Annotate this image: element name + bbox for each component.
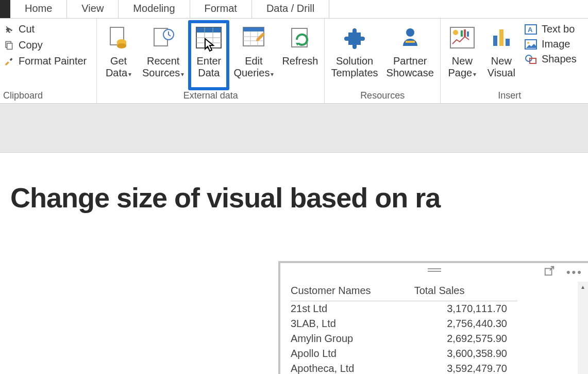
tab-view[interactable]: View [67,0,119,18]
ribbon: Cut Copy Format Painter Clipboard [0,19,588,104]
new-page-label: New Page [448,55,473,78]
cut-button[interactable]: Cut [3,23,87,35]
page-title: Change size of visual based on ra [10,182,440,214]
table-row[interactable]: Amylin Group2,692,575.90 [291,331,517,346]
new-visual-label: New Visual [488,55,515,78]
format-painter-label: Format Painter [19,55,87,67]
copy-icon [3,40,14,51]
cursor-icon [204,38,216,52]
svg-rect-27 [467,31,469,37]
text-box-button[interactable]: A Text bo [524,23,577,35]
refresh-icon [285,23,314,52]
svg-rect-25 [461,30,463,37]
recent-sources-icon [149,23,178,52]
scroll-up-icon[interactable]: ▴ [578,282,588,292]
ribbon-group-resources: Solution Templates Partner Showcase Reso… [325,19,440,103]
table-row[interactable]: 21st Ltd3,170,111.70 [291,301,517,317]
svg-rect-29 [499,29,503,46]
image-button[interactable]: Image [524,38,577,50]
enter-data-icon [194,23,223,52]
new-page-button[interactable]: New Page [443,21,482,90]
cell-sales: 2,692,575.90 [414,331,517,346]
refresh-button[interactable]: Refresh [278,21,322,90]
cell-name: Apotheca, Ltd [291,361,414,374]
scissors-icon [3,24,14,35]
cell-name: Apollo Ltd [291,346,414,361]
enter-data-button[interactable]: Enter Data [188,20,229,90]
table-row[interactable]: 3LAB, Ltd2,756,440.30 [291,316,517,331]
puzzle-icon [340,23,369,52]
chart-icon [487,23,516,52]
new-page-icon [448,23,477,52]
edit-queries-icon [239,23,268,52]
copy-label: Copy [19,39,43,51]
more-options-icon[interactable]: ••• [566,266,583,279]
table-header-row: Customer Names Total Sales [291,282,517,301]
cell-name: Amylin Group [291,331,414,346]
shapes-label: Shapes [542,53,577,65]
person-icon [396,23,425,52]
column-header-sales[interactable]: Total Sales [414,282,517,301]
table-row[interactable]: Apotheca, Ltd3,592,479.70 [291,361,517,374]
table-visual[interactable]: ••• Customer Names Total Sales 21st Ltd3… [278,261,588,374]
tab-modeling[interactable]: Modeling [119,0,190,18]
cell-name: 3LAB, Ltd [291,316,414,331]
svg-rect-9 [196,27,221,32]
svg-rect-30 [506,39,510,46]
group-label-resources: Resources [327,90,438,102]
refresh-label: Refresh [282,55,318,67]
cell-sales: 2,756,440.30 [414,316,517,331]
shapes-button[interactable]: Shapes [524,53,577,65]
svg-point-5 [117,43,126,48]
get-data-label: Get Data [106,55,127,78]
cut-label: Cut [19,23,35,35]
group-label-clipboard: Clipboard [2,90,94,102]
new-visual-button[interactable]: New Visual [482,21,521,90]
scrollbar[interactable]: ▴ [578,282,588,374]
edit-queries-button[interactable]: Edit Queries [229,21,278,90]
tab-data-drill[interactable]: Data / Drill [252,0,329,18]
format-painter-button[interactable]: Format Painter [3,55,87,67]
svg-rect-28 [493,36,497,46]
solution-templates-label: Solution Templates [331,55,378,78]
focus-mode-icon[interactable] [544,265,555,280]
svg-text:A: A [528,26,533,34]
recent-sources-label: Recent Sources [142,55,180,78]
edit-queries-label: Edit Queries [233,55,270,78]
paintbrush-icon [3,56,14,67]
column-header-name[interactable]: Customer Names [291,282,414,301]
table-content: Customer Names Total Sales 21st Ltd3,170… [280,282,588,374]
copy-button[interactable]: Copy [3,39,87,51]
ribbon-group-external-data: Get Data Recent Sources [97,19,325,103]
table-row[interactable]: Apollo Ltd3,600,358.90 [291,346,517,361]
cell-sales: 3,170,111.70 [414,301,517,317]
svg-point-34 [527,42,529,44]
svg-rect-15 [243,27,264,31]
ribbon-group-insert: New Page New Visual A Text bo Image [441,19,579,103]
drag-handle-icon[interactable] [428,268,441,272]
svg-rect-1 [7,43,12,49]
report-canvas[interactable]: Change size of visual based on ra ••• Cu… [0,153,588,374]
tab-home[interactable]: Home [10,0,67,18]
solution-templates-button[interactable]: Solution Templates [327,21,382,90]
image-icon [524,39,537,50]
shapes-icon [524,54,537,65]
cell-name: 21st Ltd [291,301,414,317]
image-label: Image [542,38,570,50]
partner-showcase-button[interactable]: Partner Showcase [382,21,438,90]
cell-sales: 3,600,358.90 [414,346,517,361]
app-menu-corner[interactable] [0,0,10,18]
get-data-button[interactable]: Get Data [99,21,138,90]
textbox-icon: A [524,24,537,35]
enter-data-label: Enter Data [196,55,221,78]
menu-tabs: Home View Modeling Format Data / Drill [0,0,588,19]
ribbon-group-clipboard: Cut Copy Format Painter Clipboard [0,19,97,103]
formula-bar-area [0,104,588,153]
svg-rect-26 [464,29,466,37]
svg-point-21 [406,28,414,37]
recent-sources-button[interactable]: Recent Sources [138,21,188,90]
get-data-icon [104,23,133,52]
tab-format[interactable]: Format [190,0,252,18]
group-label-external-data: External data [99,90,322,102]
svg-point-24 [453,30,458,35]
